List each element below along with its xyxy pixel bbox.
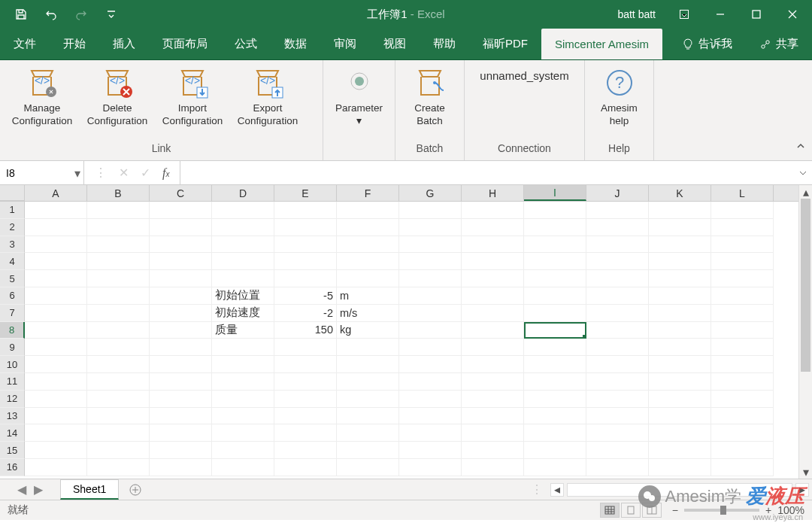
cell-H15[interactable] — [462, 442, 524, 459]
cell-F14[interactable] — [337, 424, 399, 442]
cell-F1[interactable] — [337, 202, 399, 219]
cell-B4[interactable] — [87, 253, 150, 270]
cell-I2[interactable] — [524, 219, 586, 236]
cell-L10[interactable] — [711, 356, 774, 373]
cell-H3[interactable] — [462, 236, 524, 254]
cell-C7[interactable] — [150, 305, 212, 322]
cell-G2[interactable] — [399, 219, 462, 236]
col-header-H[interactable]: H — [462, 185, 524, 201]
cell-A8[interactable] — [25, 322, 87, 339]
cell-J6[interactable] — [586, 287, 649, 305]
cell-B16[interactable] — [87, 459, 150, 476]
cell-L12[interactable] — [711, 391, 774, 408]
cell-L2[interactable] — [711, 219, 774, 236]
tell-me-button[interactable]: 告诉我 — [668, 29, 746, 59]
cell-E11[interactable] — [274, 373, 337, 391]
tab-formulas[interactable]: 公式 — [221, 29, 271, 59]
vertical-scrollbar[interactable]: ▴ ▾ — [798, 185, 812, 479]
cell-L5[interactable] — [711, 270, 774, 287]
row-header-1[interactable]: 1 — [0, 202, 25, 219]
expand-formula-button[interactable] — [794, 161, 812, 184]
user-name[interactable]: batt batt — [617, 8, 656, 20]
cell-D2[interactable] — [212, 219, 274, 236]
normal-view-button[interactable] — [600, 503, 620, 518]
cell-I9[interactable] — [524, 339, 586, 356]
cell-J3[interactable] — [586, 236, 649, 254]
cell-E8[interactable]: 150 — [274, 322, 337, 339]
cell-A16[interactable] — [25, 459, 87, 476]
cell-L6[interactable] — [711, 287, 774, 305]
row-header-15[interactable]: 15 — [0, 442, 25, 459]
cell-A15[interactable] — [25, 442, 87, 459]
cell-D3[interactable] — [212, 236, 274, 254]
col-header-L[interactable]: L — [711, 185, 774, 201]
cell-B8[interactable] — [87, 322, 150, 339]
cell-F12[interactable] — [337, 391, 399, 408]
cell-I6[interactable] — [524, 287, 586, 305]
tab-view[interactable]: 视图 — [370, 29, 420, 59]
cell-K7[interactable] — [649, 305, 711, 322]
cell-G7[interactable] — [399, 305, 462, 322]
import-configuration-button[interactable]: </> ImportConfiguration — [155, 63, 230, 131]
cell-F11[interactable] — [337, 373, 399, 391]
name-box-input[interactable] — [0, 161, 83, 184]
cell-I4[interactable] — [524, 253, 586, 270]
cell-J9[interactable] — [586, 339, 649, 356]
cell-C8[interactable] — [150, 322, 212, 339]
cell-A5[interactable] — [25, 270, 87, 287]
tab-home[interactable]: 开始 — [50, 29, 99, 59]
maximize-button[interactable] — [740, 0, 773, 29]
cell-E1[interactable] — [274, 202, 337, 219]
cell-L8[interactable] — [711, 322, 774, 339]
manage-configuration-button[interactable]: </> ManageConfiguration — [5, 63, 80, 131]
cell-D7[interactable]: 初始速度 — [212, 305, 274, 322]
cell-H11[interactable] — [462, 373, 524, 391]
cell-L14[interactable] — [711, 424, 774, 442]
ribbon-display-button[interactable] — [668, 0, 701, 29]
cell-G12[interactable] — [399, 391, 462, 408]
cell-H2[interactable] — [462, 219, 524, 236]
cell-K13[interactable] — [649, 408, 711, 425]
row-header-6[interactable]: 6 — [0, 287, 25, 305]
cell-D4[interactable] — [212, 253, 274, 270]
cell-J2[interactable] — [586, 219, 649, 236]
cell-G11[interactable] — [399, 373, 462, 391]
cell-L1[interactable] — [711, 202, 774, 219]
cell-J15[interactable] — [586, 442, 649, 459]
create-batch-button[interactable]: CreateBatch — [400, 63, 459, 131]
cell-G13[interactable] — [399, 408, 462, 425]
cell-E14[interactable] — [274, 424, 337, 442]
tab-insert[interactable]: 插入 — [99, 29, 149, 59]
cell-E2[interactable] — [274, 219, 337, 236]
col-header-J[interactable]: J — [586, 185, 649, 201]
cell-F4[interactable] — [337, 253, 399, 270]
tab-review[interactable]: 审阅 — [320, 29, 370, 59]
cell-E10[interactable] — [274, 356, 337, 373]
cell-C11[interactable] — [150, 373, 212, 391]
qat-customize-button[interactable] — [96, 0, 126, 29]
cell-F10[interactable] — [337, 356, 399, 373]
cancel-formula-button[interactable]: ✕ — [119, 166, 129, 180]
cell-B11[interactable] — [87, 373, 150, 391]
cell-I1[interactable] — [524, 202, 586, 219]
cell-J10[interactable] — [586, 356, 649, 373]
cell-E13[interactable] — [274, 408, 337, 425]
cell-H12[interactable] — [462, 391, 524, 408]
col-header-A[interactable]: A — [25, 185, 87, 201]
close-button[interactable] — [776, 0, 809, 29]
cell-G9[interactable] — [399, 339, 462, 356]
cell-D5[interactable] — [212, 270, 274, 287]
cell-C3[interactable] — [150, 236, 212, 254]
row-header-11[interactable]: 11 — [0, 373, 25, 391]
cell-D6[interactable]: 初始位置 — [212, 287, 274, 305]
cell-A4[interactable] — [25, 253, 87, 270]
cell-F8[interactable]: kg — [337, 322, 399, 339]
cell-F3[interactable] — [337, 236, 399, 254]
cell-B2[interactable] — [87, 219, 150, 236]
select-all-corner[interactable] — [0, 185, 25, 201]
scroll-up-button[interactable]: ▴ — [799, 185, 812, 199]
cell-I15[interactable] — [524, 442, 586, 459]
sheet-prev-button[interactable]: ◀ — [17, 482, 26, 497]
cell-E6[interactable]: -5 — [274, 287, 337, 305]
cell-J14[interactable] — [586, 424, 649, 442]
